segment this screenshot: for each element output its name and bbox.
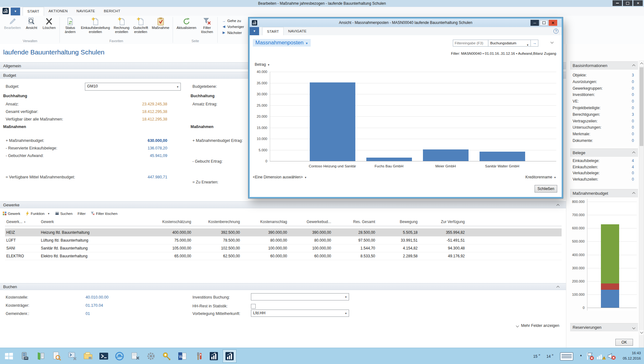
filter-field-select[interactable]: Buchungsdatum▼ bbox=[488, 40, 531, 47]
tab-navigate[interactable]: NAVIGATE bbox=[72, 7, 99, 16]
app-menu-button[interactable]: ▼ bbox=[11, 8, 20, 15]
taskbar-overflow-count[interactable]: 15 » bbox=[533, 353, 540, 359]
collapse-icon[interactable] bbox=[557, 204, 560, 207]
pane-reservierungen[interactable]: Reservierungen bbox=[570, 323, 638, 331]
pane-belege[interactable]: Belege bbox=[570, 148, 638, 157]
settings-gear-icon[interactable] bbox=[144, 350, 158, 363]
maximize-icon[interactable] bbox=[540, 20, 548, 26]
tray-expand-icon[interactable]: ▲ bbox=[580, 354, 582, 357]
field-value-gesamt-verfuegbar[interactable]: 18.412.295,38 bbox=[86, 109, 167, 114]
drilldown-value[interactable]: 4 bbox=[632, 165, 634, 169]
drilldown-value[interactable]: 0 bbox=[632, 125, 634, 130]
tab-navigate[interactable]: NAVIGATE bbox=[284, 27, 311, 35]
toolbar-suchen[interactable]: Suchen bbox=[55, 211, 73, 216]
ribbon-button-massnahme[interactable]: Maßnahme bbox=[150, 16, 171, 31]
taskbar-overflow-count[interactable]: 14 » bbox=[547, 353, 553, 359]
drilldown-value[interactable]: 0 bbox=[632, 92, 634, 97]
close-icon[interactable]: ✕ bbox=[549, 20, 557, 26]
pane-basisinformationen[interactable]: Basisinformationen bbox=[570, 61, 638, 70]
drilldown-value[interactable]: 0 bbox=[632, 132, 634, 136]
schliessen-button[interactable]: Schließen bbox=[535, 185, 557, 193]
ie-icon[interactable] bbox=[113, 350, 126, 363]
collapse-icon[interactable] bbox=[557, 286, 560, 289]
drilldown-value[interactable]: 0 bbox=[632, 80, 634, 84]
powershell-ise-icon[interactable] bbox=[65, 350, 79, 363]
scrollbar-thumb[interactable] bbox=[640, 67, 643, 146]
dimension-select[interactable]: <Eine Dimension auswählen>▼ bbox=[253, 175, 307, 179]
scroll-down-icon[interactable] bbox=[639, 330, 644, 335]
column-header-gewerkebud[interactable]: Gewerkebud... bbox=[290, 218, 334, 226]
start-button[interactable] bbox=[2, 350, 16, 363]
word-icon[interactable]: W bbox=[175, 350, 189, 363]
toolbar-filter[interactable]: Filter bbox=[78, 212, 86, 216]
field-value-ansatz[interactable]: 23.429.245,38 bbox=[86, 102, 167, 106]
column-header-res-gesamt[interactable]: Res. Gesamt bbox=[334, 218, 378, 226]
search-document-icon[interactable] bbox=[50, 350, 64, 363]
vertical-scrollbar[interactable] bbox=[639, 61, 644, 352]
app-green-icon[interactable] bbox=[34, 350, 48, 363]
nav-link-gehe-zu[interactable]: →Gehe zu bbox=[222, 18, 244, 24]
toolbar-filter-loeschen[interactable]: Filter löschen bbox=[91, 211, 117, 216]
drilldown-value[interactable]: 0 bbox=[632, 86, 634, 91]
column-header-kostenschaetzung[interactable]: Kostenschätzung bbox=[147, 218, 194, 226]
field-value-kostentraeger[interactable]: 01.170.04 bbox=[86, 303, 103, 308]
ribbon-button-einkaufsbestellung-erstellen[interactable]: Einkaufsbestellung erstellen bbox=[79, 16, 111, 34]
field-value-reservierte-einkaufsbelege[interactable]: 136.078,20 bbox=[86, 146, 167, 150]
field-value-gebuchter-aufwand[interactable]: 45.941,09 bbox=[86, 154, 167, 158]
toolbar-funktion[interactable]: Funktion▼ bbox=[25, 211, 50, 216]
column-header-kostenberechnung[interactable]: Kostenberechnung bbox=[194, 218, 242, 226]
select-investitions-buchung[interactable]: ▼ bbox=[251, 293, 349, 300]
drilldown-value[interactable]: 0 bbox=[632, 138, 634, 143]
keyboard-tray-icon[interactable] bbox=[560, 352, 573, 361]
dialog-page-title[interactable]: Massnahmenposten▼ bbox=[253, 39, 311, 47]
filter-pane-chevron-icon[interactable] bbox=[551, 41, 554, 44]
column-header-bewegung[interactable]: Bewegung bbox=[378, 218, 420, 226]
ribbon-button-aktualisieren[interactable]: Aktualisieren bbox=[175, 16, 198, 31]
fasttab-buchen[interactable]: Buchen bbox=[0, 283, 566, 290]
field-value-verfuegbare-mittel-massnahmenbudget[interactable]: 447.980,71 bbox=[86, 175, 167, 179]
pane-massnahmenbudget[interactable]: Maßnahmenbudget bbox=[570, 189, 638, 197]
filter-input[interactable] bbox=[453, 40, 488, 47]
tab-start[interactable]: START bbox=[262, 27, 284, 35]
field-value-kostenstelle[interactable]: 40.010.00.00 bbox=[86, 295, 108, 300]
ribbon-button-status-aendern[interactable]: Status ändern bbox=[62, 16, 79, 34]
column-header-kostenanschlag[interactable]: Kostenanschlag bbox=[242, 218, 290, 226]
ribbon-button-gutschrift-erstellen[interactable]: Gutschrift erstellen bbox=[132, 16, 150, 34]
table-row[interactable]: LÜFTLüftung lfd. Bauunterhaltung75.000,0… bbox=[5, 236, 562, 244]
field-value-massnahmenbudget[interactable]: 630.000,00 bbox=[86, 138, 167, 143]
column-header-zur-verfuegung[interactable]: Zur Verfügung bbox=[420, 218, 467, 226]
checkbox-hh-rest-in-statistik[interactable] bbox=[251, 304, 256, 309]
maximize-icon[interactable] bbox=[623, 0, 632, 6]
drilldown-value[interactable]: 4 bbox=[632, 159, 634, 163]
drilldown-value[interactable]: 0 bbox=[632, 99, 634, 104]
ribbon-button-ansicht[interactable]: Ansicht bbox=[23, 16, 40, 31]
scroll-up-icon[interactable] bbox=[639, 61, 644, 66]
drilldown-value[interactable]: 3 bbox=[632, 73, 634, 77]
app-menu-button[interactable]: ▼ bbox=[250, 27, 259, 35]
server-manager-icon[interactable] bbox=[18, 350, 32, 363]
apply-filter-icon[interactable]: → bbox=[531, 40, 538, 47]
minimize-icon[interactable]: ─ bbox=[530, 20, 539, 26]
dynamics-nav-active-icon[interactable] bbox=[223, 350, 236, 363]
table-row[interactable]: ELEKTROElektro lfd. Bauunterhaltung65.00… bbox=[5, 252, 562, 260]
drilldown-value[interactable]: 0 bbox=[632, 106, 634, 110]
repair-tools-icon[interactable] bbox=[191, 350, 205, 363]
help-icon[interactable]: ? bbox=[553, 29, 558, 34]
dynamics-nav-icon[interactable] bbox=[207, 350, 221, 363]
volume-muted-icon[interactable] bbox=[607, 350, 616, 363]
minimize-icon[interactable] bbox=[613, 0, 622, 6]
column-header-gewerk[interactable]: Gewerk...▲ bbox=[5, 218, 40, 226]
taskbar-clock[interactable]: 16:43 05.12.2016 bbox=[623, 350, 641, 361]
tab-start[interactable]: START bbox=[23, 7, 44, 16]
drilldown-value[interactable]: 0 bbox=[632, 177, 634, 182]
ribbon-button-rechnung-erstellen[interactable]: Rechnung erstellen bbox=[112, 16, 131, 34]
ribbon-button-filter-loeschen[interactable]: Filter löschen bbox=[198, 16, 215, 34]
credentials-key-icon[interactable] bbox=[160, 350, 174, 363]
nav-link-vorheriger[interactable]: ◀Vorheriger bbox=[222, 24, 244, 30]
ok-button[interactable]: OK bbox=[615, 339, 633, 346]
select-vorbelegung-mittelherkunft[interactable]: Lfd.HH▼ bbox=[251, 310, 349, 317]
x-dimension-select[interactable]: Kreditorenname▼ bbox=[525, 175, 556, 179]
admin-tools-icon[interactable] bbox=[128, 350, 142, 363]
table-row[interactable]: HEIZHeizung lfd. Bauunterhaltung400.000,… bbox=[5, 228, 562, 237]
action-center-flag-icon[interactable] bbox=[586, 350, 595, 363]
